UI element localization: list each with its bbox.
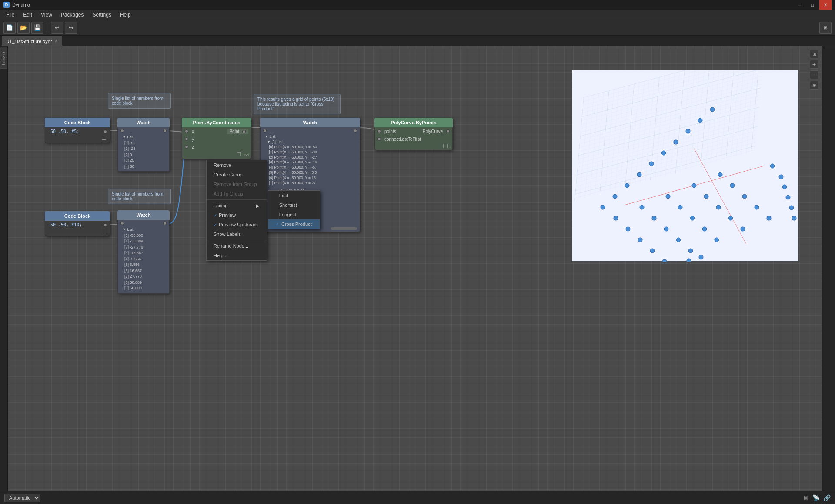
redo-button[interactable]: ↪	[65, 22, 77, 34]
zoom-out-button[interactable]: −	[810, 70, 818, 79]
code-block-2-title: Code Block	[64, 213, 91, 219]
status-icon-link[interactable]: 🔗	[823, 494, 831, 501]
ctx-lacing-label: Lacing	[214, 203, 227, 208]
code-block-1-checkbox[interactable]	[102, 136, 106, 140]
watch-2-item-0-5: [5] Point(X = -50.000, Y = 5.5	[265, 170, 355, 176]
status-icon-network[interactable]: 📡	[812, 494, 820, 501]
node-code-block-1[interactable]: Code Block -50..50..#5;	[45, 118, 110, 143]
node-poly-curve[interactable]: PolyCurve.ByPoints points PolyCurve	[374, 118, 453, 150]
run-mode-dropdown[interactable]: Automatic Manual	[4, 494, 40, 502]
watch-3-body: ▼ List [0] -50.000 [1] -38.889 [2] -27.7…	[117, 220, 170, 294]
context-menu: Remove Create Group Remove from Group Ad…	[206, 160, 267, 261]
sub-first-check	[275, 193, 277, 198]
point-row-z: z	[182, 143, 251, 151]
viewport-3d[interactable]	[572, 70, 798, 261]
point-out-port	[242, 130, 246, 133]
menu-settings[interactable]: Settings	[88, 10, 116, 20]
menu-file[interactable]: File	[2, 10, 19, 20]
annotation-2: Single list of numbers from code block	[108, 189, 171, 204]
close-button[interactable]: ✕	[819, 0, 832, 10]
annotation-1-text: Single list of numbers from code block	[112, 96, 163, 106]
poly-output-label: PolyCurve	[423, 129, 443, 134]
sub-shortest[interactable]: Shortest	[268, 200, 320, 210]
minimize-button[interactable]: ─	[793, 0, 805, 10]
watch-3-item-4: [4] -5.556	[122, 256, 165, 262]
watch-3-item-7: [7] 27.778	[122, 274, 165, 280]
ctx-rename-node[interactable]: Rename Node...	[207, 241, 267, 251]
title-text: Dynamo	[12, 2, 30, 7]
canvas[interactable]: Single list of numbers from code block S…	[8, 46, 822, 491]
svg-point-27	[741, 227, 745, 231]
watch-2-in-port	[263, 129, 267, 133]
menu-edit[interactable]: Edit	[19, 10, 37, 20]
watch-2-item-0-0: [0] Point(X = -50.000, Y = -50	[265, 145, 355, 150]
ctx-remove[interactable]: Remove	[207, 160, 267, 170]
sub-shortest-check	[275, 203, 277, 208]
code-block-2-header: Code Block	[45, 211, 110, 221]
ctx-add-to-group-label: Add To Group	[214, 191, 243, 196]
zoom-in-button[interactable]: +	[810, 60, 818, 69]
ctx-help-label: Help...	[214, 253, 227, 258]
ctx-preview-upstream[interactable]: ✓ Preview Upstream	[207, 220, 267, 229]
watch-2-port-row	[261, 128, 359, 133]
svg-point-10	[652, 216, 656, 220]
watch-3-header: Watch	[117, 210, 170, 220]
node-watch-3[interactable]: Watch ▼ List [0] -50.000 [1] -38.889 [2]…	[117, 210, 170, 294]
code-block-1-body: -50..50..#5;	[45, 127, 110, 143]
point-checkbox[interactable]	[237, 152, 241, 156]
svg-line-3	[694, 149, 746, 244]
sub-first[interactable]: First	[268, 191, 320, 200]
sub-longest-check	[275, 212, 277, 217]
save-button[interactable]: 💾	[31, 22, 43, 34]
ctx-show-labels[interactable]: Show Labels	[207, 229, 267, 239]
sub-cross-product[interactable]: ✓ Cross Product	[268, 219, 320, 229]
watch-2-header: Watch	[260, 118, 360, 127]
menu-packages[interactable]: Packages	[57, 10, 88, 20]
zoom-controls: ⊞ + − ⊕	[810, 50, 818, 90]
svg-point-14	[638, 238, 642, 242]
status-icons: 🖥 📡 🔗	[803, 494, 831, 501]
svg-point-38	[710, 107, 715, 112]
node-code-block-2[interactable]: Code Block -50..50..#10;	[45, 211, 110, 236]
watch-2-scrollbar[interactable]	[331, 227, 357, 230]
ctx-create-group[interactable]: Create Group	[207, 170, 267, 179]
open-button[interactable]: 📂	[17, 22, 30, 34]
ctx-remove-from-group-label: Remove from Group	[214, 182, 257, 187]
ctx-remove-from-group: Remove from Group	[207, 179, 267, 189]
watch-3-in-port	[120, 222, 124, 225]
maximize-button[interactable]: □	[806, 0, 818, 10]
ctx-create-group-label: Create Group	[214, 172, 243, 177]
poly-checkbox[interactable]	[443, 144, 448, 148]
code-block-2-checkbox[interactable]	[102, 229, 106, 233]
zoom-reset-button[interactable]: ⊕	[810, 81, 818, 90]
status-icon-display[interactable]: 🖥	[803, 494, 809, 501]
node-point-by-coords[interactable]: Point.ByCoordinates x Point y	[182, 118, 251, 159]
poly-title: PolyCurve.ByPoints	[391, 120, 436, 125]
annotation-2-text: Single list of numbers from code block	[112, 192, 163, 201]
sub-longest[interactable]: Longest	[268, 210, 320, 219]
layout-button[interactable]: ⊞	[819, 22, 832, 34]
svg-point-44	[792, 216, 796, 220]
undo-button[interactable]: ↩	[51, 22, 63, 34]
watch-2-item-0-3: [3] Point(X = -50.000, Y = -16	[265, 160, 355, 165]
menu-help[interactable]: Help	[116, 10, 135, 20]
annotation-1: Single list of numbers from code block	[108, 93, 171, 109]
code-block-2-row: -50..50..#10;	[48, 222, 107, 227]
library-tab[interactable]: Library	[0, 48, 7, 69]
watch-2-item-0: ▼ [0] List	[265, 139, 355, 145]
ctx-lacing[interactable]: Lacing ▶	[207, 201, 267, 210]
annotation-3: This results gives a grid of points (5x1…	[254, 94, 341, 114]
svg-point-29	[601, 205, 605, 209]
menu-view[interactable]: View	[37, 10, 57, 20]
ctx-help[interactable]: Help...	[207, 251, 267, 260]
poly-i-label: I	[449, 145, 451, 149]
tab-main[interactable]: 01_ListStructure.dyn* ×	[2, 36, 62, 46]
ctx-preview[interactable]: ✓ Preview	[207, 210, 267, 220]
code-block-1-header: Code Block	[45, 118, 110, 127]
ctx-preview-label: Preview	[219, 212, 236, 218]
new-button[interactable]: 📄	[3, 22, 16, 34]
node-watch-1[interactable]: Watch ▼ List [0] -50 [1] -25 [2] 0 [3] 2…	[117, 118, 170, 172]
zoom-fit-button[interactable]: ⊞	[810, 50, 818, 58]
tab-close-button[interactable]: ×	[55, 39, 57, 43]
watch-3-item-3: [3] -16.667	[122, 250, 165, 256]
